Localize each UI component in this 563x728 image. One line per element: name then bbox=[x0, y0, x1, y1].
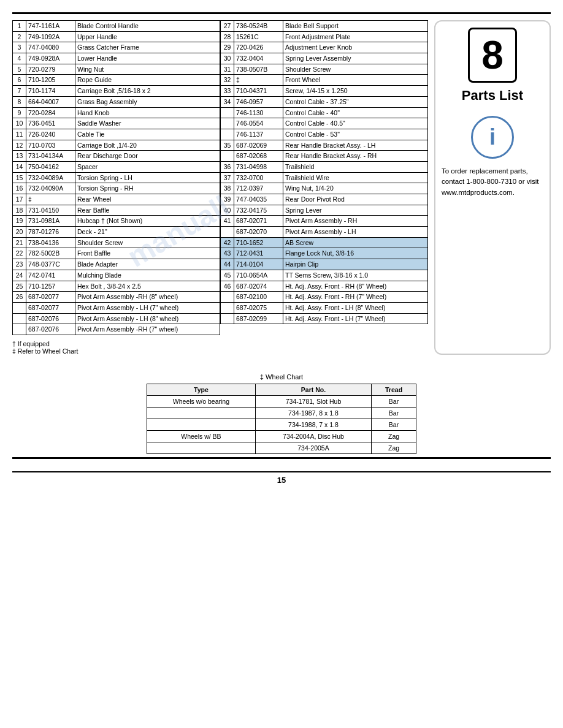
row-part: 732-04089A bbox=[26, 172, 75, 183]
wheel-chart-table: Type Part No. Tread Wheels w/o bearing 7… bbox=[147, 384, 416, 454]
col-type: Type bbox=[147, 384, 256, 395]
parts-table-right: 27 736-0524B Blade Bell Support 28 15261… bbox=[220, 20, 428, 324]
table-row: 687-02070 Pivot Arm Assembly - LH bbox=[221, 227, 428, 238]
row-desc: Hand Knob bbox=[75, 107, 220, 118]
row-num: 31 bbox=[221, 64, 234, 75]
row-num: 32 bbox=[221, 75, 234, 86]
row-desc: Hubcap † (Not Shown) bbox=[75, 216, 220, 227]
row-part: ‡ bbox=[26, 194, 75, 205]
row-desc: Pivot Arm Assembly - LH bbox=[283, 227, 428, 238]
row-num: 38 bbox=[221, 183, 234, 194]
row-desc: Control Cable - 37.25" bbox=[283, 96, 428, 107]
row-part: 710-0703 bbox=[26, 140, 75, 151]
right-panel: 8 Parts List i To order replacement part… bbox=[434, 20, 551, 355]
row-num: 8 bbox=[13, 96, 26, 107]
table-row: 746-1137 Control Cable - 53" bbox=[221, 129, 428, 140]
table-row: 18 731-04150 Rear Baffle bbox=[13, 205, 220, 216]
table-row: 38 712-0397 Wing Nut, 1/4-20 bbox=[221, 183, 428, 194]
row-part: 687-02100 bbox=[234, 292, 283, 303]
row-desc: Rope Guide bbox=[75, 75, 220, 86]
row-desc: Saddle Washer bbox=[75, 118, 220, 129]
row-desc: Lower Handle bbox=[75, 53, 220, 64]
page-container: manuall 1 747-1161A Blade Control Handle… bbox=[0, 0, 563, 728]
row-num bbox=[221, 292, 234, 303]
row-part: 710-1205 bbox=[26, 75, 75, 86]
row-desc: Cable Tie bbox=[75, 129, 220, 140]
row-num: 13 bbox=[13, 151, 26, 162]
table-row: 40 732-04175 Spring Lever bbox=[221, 205, 428, 216]
row-num: 18 bbox=[13, 205, 26, 216]
row-num: 46 bbox=[221, 281, 234, 292]
row-part: 710-1174 bbox=[26, 86, 75, 97]
table-row: 15 732-04089A Torsion Spring - LH bbox=[13, 172, 220, 183]
row-num: 2 bbox=[13, 31, 26, 42]
table-row: 29 720-0426 Adjustment Lever Knob bbox=[221, 42, 428, 53]
table-row: 34 746-0957 Control Cable - 37.25" bbox=[221, 96, 428, 107]
table-row: 687-02077 Pivot Arm Assembly - LH (7" wh… bbox=[13, 302, 220, 313]
row-part: 687-02076 bbox=[26, 324, 75, 335]
row-desc: Grass Bag Assembly bbox=[75, 96, 220, 107]
table-row: 31 738-0507B Shoulder Screw bbox=[221, 64, 428, 75]
table-row: 13 731-04134A Rear Discharge Door bbox=[13, 151, 220, 162]
row-desc: Ht. Adj. Assy. Front - LH (8" Wheel) bbox=[283, 302, 428, 313]
table-row: 6 710-1205 Rope Guide bbox=[13, 75, 220, 86]
row-num bbox=[221, 129, 234, 140]
row-part: 687-02070 bbox=[234, 227, 283, 238]
table-row: 12 710-0703 Carriage Bolt ,1/4-20 bbox=[13, 140, 220, 151]
row-part: 687-02068 bbox=[234, 151, 283, 162]
row-desc: Hairpin Clip bbox=[283, 259, 428, 270]
row-part: 736-0524B bbox=[234, 21, 283, 32]
row-num: 6 bbox=[13, 75, 26, 86]
row-num: 30 bbox=[221, 53, 234, 64]
row-desc: Front Wheel bbox=[283, 75, 428, 86]
wheel-chart-title: ‡ Wheel Chart bbox=[12, 373, 551, 381]
row-num: 19 bbox=[13, 216, 26, 227]
row-desc: Carriage Bolt ,1/4-20 bbox=[75, 140, 220, 151]
row-num: 21 bbox=[13, 237, 26, 248]
row-desc: Rear Discharge Door bbox=[75, 151, 220, 162]
row-part: 750-04162 bbox=[26, 161, 75, 172]
row-part: 747-1161A bbox=[26, 21, 75, 32]
footnotes: † If equipped ‡ Refer to Wheel Chart bbox=[12, 340, 428, 355]
wheel-row: 734-1987, 8 x 1.8 Bar bbox=[147, 407, 416, 419]
row-num: 12 bbox=[13, 140, 26, 151]
wheel-row: Wheels w/ BB 734-2004A, Disc Hub Zag bbox=[147, 430, 416, 442]
table-row: 26 687-02077 Pivot Arm Assembly -RH (8" … bbox=[13, 292, 220, 303]
row-desc: Torsion Spring - RH bbox=[75, 183, 220, 194]
table-row: 21 738-04136 Shoulder Screw bbox=[13, 237, 220, 248]
table-row: 746-0554 Control Cable - 40.5" bbox=[221, 118, 428, 129]
wheel-part: 734-1781, Slot Hub bbox=[255, 395, 371, 407]
row-num: 35 bbox=[221, 140, 234, 151]
row-desc: Carriage Bolt ,5/16-18 x 2 bbox=[75, 86, 220, 97]
row-num: 28 bbox=[221, 31, 234, 42]
row-part: 720-0284 bbox=[26, 107, 75, 118]
row-desc: Wing Nut, 1/4-20 bbox=[283, 183, 428, 194]
row-num: 11 bbox=[13, 129, 26, 140]
row-num: 20 bbox=[13, 227, 26, 238]
table-row: 14 750-04162 Spacer bbox=[13, 161, 220, 172]
table-row: 687-02076 Pivot Arm Assembly - LH (8" wh… bbox=[13, 313, 220, 324]
row-part: 710-1652 bbox=[234, 237, 283, 248]
row-part: 742-0741 bbox=[26, 270, 75, 281]
row-desc: Rear Door Pivot Rod bbox=[283, 194, 428, 205]
row-num bbox=[221, 151, 234, 162]
row-part: 720-0426 bbox=[234, 42, 283, 53]
row-num: 44 bbox=[221, 259, 234, 270]
table-row: 39 747-04035 Rear Door Pivot Rod bbox=[221, 194, 428, 205]
table-row: 16 732-04090A Torsion Spring - RH bbox=[13, 183, 220, 194]
row-num: 5 bbox=[13, 64, 26, 75]
row-desc: Screw, 1/4-15 x 1.250 bbox=[283, 86, 428, 97]
left-section: 1 747-1161A Blade Control Handle 2 749-1… bbox=[12, 20, 428, 355]
wheel-tread: Bar bbox=[372, 419, 416, 430]
col-part: Part No. bbox=[255, 384, 371, 395]
row-desc: Adjustment Lever Knob bbox=[283, 42, 428, 53]
row-part: 710-0654A bbox=[234, 270, 283, 281]
table-row: 37 732-0700 Trailshield Wire bbox=[221, 172, 428, 183]
row-num: 4 bbox=[13, 53, 26, 64]
row-desc: AB Screw bbox=[283, 237, 428, 248]
table-row: 28 15261C Front Adjustment Plate bbox=[221, 31, 428, 42]
row-part: 738-0507B bbox=[234, 64, 283, 75]
row-num bbox=[221, 302, 234, 313]
row-desc: Pivot Arm Assembly -RH (8" wheel) bbox=[75, 292, 220, 303]
row-num: 29 bbox=[221, 42, 234, 53]
